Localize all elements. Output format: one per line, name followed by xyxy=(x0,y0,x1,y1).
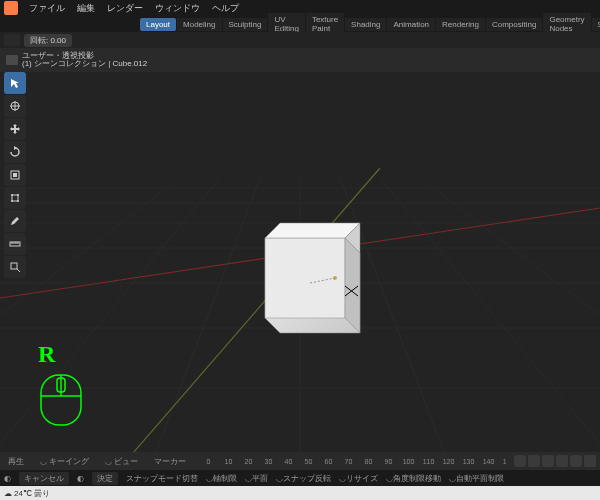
os-taskbar[interactable]: ☁ 24℃ 曇り xyxy=(0,486,600,500)
tool-rotate[interactable] xyxy=(4,141,26,163)
tab-animation[interactable]: Animation xyxy=(387,18,435,31)
svg-line-42 xyxy=(17,269,20,272)
tab-shading[interactable]: Shading xyxy=(345,18,386,31)
svg-line-9 xyxy=(150,178,260,452)
svg-point-33 xyxy=(17,194,19,196)
status-snap: スナップモード切替 xyxy=(126,473,198,484)
status-cancel[interactable]: キャンセル xyxy=(19,472,69,485)
timeline-view-label[interactable]: ◡ ビュー xyxy=(101,456,142,467)
svg-rect-30 xyxy=(13,173,17,177)
timeline-play-label[interactable]: 再生 xyxy=(4,456,28,467)
tool-move[interactable] xyxy=(4,118,26,140)
status-angle: ◡角度制限移動 xyxy=(386,473,441,484)
tab-modeling[interactable]: Modeling xyxy=(177,18,221,31)
header-icon[interactable] xyxy=(6,55,18,65)
svg-line-13 xyxy=(380,178,600,452)
timeline[interactable]: 再生 ◡ キーイング ◡ ビュー マーカー 010203040506070809… xyxy=(0,452,600,470)
mouse-indicator: R xyxy=(38,341,84,430)
timeline-marker-label[interactable]: マーカー xyxy=(150,456,190,467)
menu-edit[interactable]: 編集 xyxy=(72,0,100,17)
tool-measure[interactable] xyxy=(4,233,26,255)
tool-transform[interactable] xyxy=(4,187,26,209)
svg-marker-19 xyxy=(345,238,360,333)
tool-scale[interactable] xyxy=(4,164,26,186)
timeline-play-rev-button[interactable] xyxy=(542,455,554,467)
taskbar-weather[interactable]: ☁ 24℃ 曇り xyxy=(4,488,50,499)
menu-render[interactable]: レンダー xyxy=(102,0,148,17)
timeline-ruler[interactable]: 0102030405060708090100110120130140150160… xyxy=(198,452,506,470)
tool-add[interactable] xyxy=(4,256,26,278)
menu-help[interactable]: ヘルプ xyxy=(207,0,244,17)
svg-point-32 xyxy=(11,194,13,196)
svg-rect-41 xyxy=(11,263,17,269)
timeline-play-button[interactable] xyxy=(556,455,568,467)
menu-file[interactable]: ファイル xyxy=(24,0,70,17)
svg-line-10 xyxy=(0,178,220,452)
timeline-keying-label[interactable]: ◡ キーイング xyxy=(36,456,93,467)
3d-viewport[interactable] xyxy=(0,68,600,452)
timeline-jump-end-button[interactable] xyxy=(584,455,596,467)
mouse-key-label: R xyxy=(38,341,84,368)
blender-logo-icon[interactable] xyxy=(4,1,18,15)
svg-point-34 xyxy=(11,200,13,202)
tab-compositing[interactable]: Compositing xyxy=(486,18,542,31)
timeline-prev-key-button[interactable] xyxy=(528,455,540,467)
status-bar: ◐ キャンセル ◐ 決定 スナップモード切替 ◡軸制限 ◡平面 ◡スナップ反転 … xyxy=(0,470,600,486)
taskbar-weather-label: 曇り xyxy=(34,488,50,499)
svg-marker-20 xyxy=(265,223,360,238)
status-auto: ◡自動平面制限 xyxy=(449,473,504,484)
status-axis: ◡軸制限 xyxy=(206,473,237,484)
tab-rendering[interactable]: Rendering xyxy=(436,18,485,31)
tab-scripting[interactable]: Scripting xyxy=(592,18,600,31)
status-plane: ◡平面 xyxy=(245,473,268,484)
timeline-next-key-button[interactable] xyxy=(570,455,582,467)
cube-object[interactable] xyxy=(265,223,360,333)
status-confirm[interactable]: 決定 xyxy=(92,472,118,485)
svg-point-35 xyxy=(17,200,19,202)
taskbar-temp: 24℃ xyxy=(14,489,32,498)
tool-select[interactable] xyxy=(4,72,26,94)
tab-layout[interactable]: Layout xyxy=(140,18,176,31)
editor-type-dropdown[interactable] xyxy=(4,34,20,46)
tab-sculpting[interactable]: Sculpting xyxy=(223,18,268,31)
active-object-label: (1) シーンコレクション | Cube.012 xyxy=(22,60,147,68)
menu-window[interactable]: ウィンドウ xyxy=(150,0,205,17)
mouse-icon xyxy=(38,372,84,428)
timeline-jump-start-button[interactable] xyxy=(514,455,526,467)
tool-cursor[interactable] xyxy=(4,95,26,117)
tool-annotate[interactable] xyxy=(4,210,26,232)
weather-icon: ☁ xyxy=(4,489,12,498)
status-resize: ◡リサイズ xyxy=(339,473,378,484)
rotation-readout: 回転: 0.00 xyxy=(24,34,72,47)
svg-rect-31 xyxy=(12,195,18,201)
status-snap-inv: ◡スナップ反転 xyxy=(276,473,331,484)
